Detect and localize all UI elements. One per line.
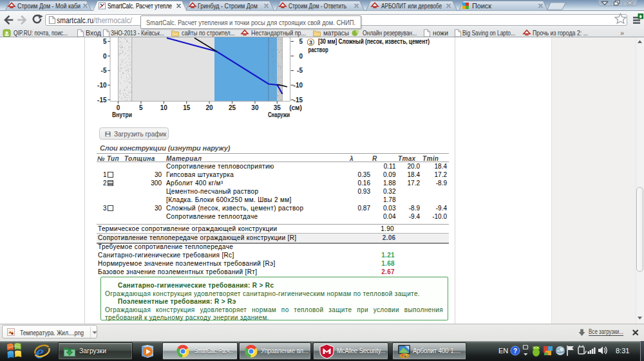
svg-text:e: e	[35, 342, 44, 360]
svg-text:EN: EN	[498, 347, 508, 355]
svg-text:Загрузки: Загрузки	[79, 347, 106, 355]
svg-text:Управление вл...: Управление вл...	[261, 347, 308, 355]
svg-text:Все загрузки...: Все загрузки...	[589, 328, 623, 335]
svg-text:?: ?	[513, 347, 517, 355]
svg-text:8:31: 8:31	[616, 347, 629, 355]
svg-text:Температура. Жил....png: Температура. Жил....png	[20, 328, 84, 336]
svg-text:McAfee Security...: McAfee Security...	[337, 347, 386, 355]
svg-text:Арболит 400 1....: Арболит 400 1....	[413, 347, 460, 355]
svg-text:SmartCalc. Расч...: SmartCalc. Расч...	[194, 347, 233, 355]
